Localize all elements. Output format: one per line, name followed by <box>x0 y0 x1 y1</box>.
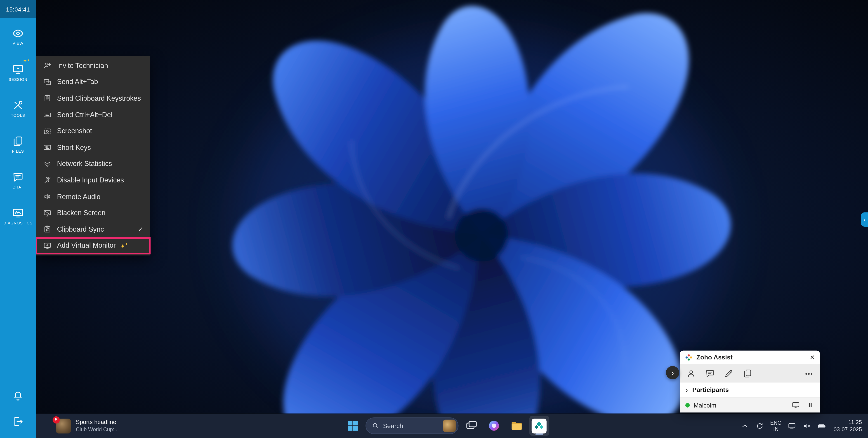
menu-item-send-ctrl-alt-del[interactable]: Send Ctrl+Alt+Del <box>36 107 150 123</box>
chat-icon[interactable] <box>705 369 715 378</box>
tools-icon <box>12 100 24 111</box>
chevron-right-icon: › <box>685 385 688 394</box>
participants-label: Participants <box>692 386 729 393</box>
sidebar-item-label: CHAT <box>12 185 24 189</box>
cast-button[interactable] <box>785 416 799 436</box>
chat-icon <box>12 171 24 183</box>
participant-row: Malcolm <box>680 398 820 412</box>
session-icon: ✦✦ <box>12 64 24 75</box>
assist-panel-header: Zoho Assist ✕ <box>680 350 820 364</box>
menu-item-clipboard-sync[interactable]: Clipboard Sync ✓ <box>36 221 150 237</box>
hidden-icons-chevron[interactable] <box>738 416 752 436</box>
monitor-icon[interactable] <box>792 401 800 409</box>
end-session-button[interactable] <box>0 416 36 427</box>
task-view-icon <box>464 419 477 432</box>
sidebar-item-label: SESSION <box>8 77 27 81</box>
widget-thumbnail: 5 <box>56 418 71 433</box>
sidebar-item-files[interactable]: FILES <box>0 135 36 153</box>
annotate-pen-icon[interactable] <box>724 369 734 378</box>
sidebar-item-chat[interactable]: CHAT <box>0 171 36 189</box>
menu-item-label: Add Virtual Monitor <box>57 242 116 249</box>
check-icon: ✓ <box>138 226 144 233</box>
zoho-assist-panel: Zoho Assist ✕ ••• › Participants Malcolm <box>680 350 820 412</box>
taskbar-clock[interactable]: 11:25 03-07-2025 <box>830 418 866 433</box>
diagnostics-icon <box>12 207 24 219</box>
sidebar-item-session[interactable]: ✦✦ SESSION <box>0 64 36 81</box>
participant-name: Malcolm <box>694 402 716 408</box>
remote-session-screen: 15:04:41 VIEW ✦✦ SESSION TOOLS FILES <box>0 0 868 438</box>
participants-section-header[interactable]: › Participants <box>680 383 820 398</box>
language-line2: IN <box>773 426 778 432</box>
search-bar[interactable]: Search <box>365 417 458 434</box>
menu-item-send-clipboard-keystrokes[interactable]: Send Clipboard Keystrokes <box>36 90 150 107</box>
more-options-icon[interactable]: ••• <box>805 370 813 377</box>
menu-item-short-keys[interactable]: Short Keys <box>36 139 150 156</box>
clipboard-icon[interactable] <box>743 369 752 378</box>
clock-date: 03-07-2025 <box>834 426 862 433</box>
add-virtual-monitor-icon <box>43 242 52 250</box>
widget-subtext: Club World Cup:... <box>76 426 119 433</box>
widget-headline: Sports headline <box>76 418 119 426</box>
menu-item-invite-technician[interactable]: Invite Technician <box>36 58 150 74</box>
sidebar-item-label: VIEW <box>13 41 24 45</box>
menu-item-send-alt-tab[interactable]: Send Alt+Tab <box>36 74 150 90</box>
disable-input-icon <box>43 176 52 184</box>
session-timer: 15:04:41 <box>0 0 36 18</box>
clipboard-keystrokes-icon <box>43 94 52 103</box>
zoho-assist-taskbar-button[interactable] <box>529 416 549 436</box>
language-switcher[interactable]: ENG IN <box>768 419 784 432</box>
windows-logo-icon <box>346 419 359 432</box>
bell-icon <box>12 390 24 402</box>
sidebar-item-view[interactable]: VIEW <box>0 28 36 45</box>
start-button[interactable] <box>342 416 362 436</box>
invite-technician-icon <box>43 62 52 70</box>
chevron-up-icon <box>741 422 749 430</box>
menu-item-label: Send Ctrl+Alt+Del <box>57 111 112 119</box>
menu-item-screenshot[interactable]: Screenshot <box>36 123 150 139</box>
blacken-screen-icon <box>43 209 52 217</box>
alt-tab-icon <box>43 78 52 86</box>
copilot-icon <box>487 419 500 432</box>
copilot-button[interactable] <box>484 416 504 436</box>
panel-expand-button[interactable]: › <box>666 366 679 379</box>
sparkle-icon: ✦✦ <box>120 242 128 249</box>
task-view-button[interactable] <box>461 416 481 436</box>
search-placeholder: Search <box>383 423 439 429</box>
menu-item-blacken-screen[interactable]: Blacken Screen <box>36 205 150 221</box>
side-panel-collapse-tab[interactable]: ‹ <box>861 212 868 227</box>
menu-item-network-statistics[interactable]: Network Statistics <box>36 156 150 172</box>
volume-muted-icon <box>803 422 811 430</box>
menu-item-label: Remote Audio <box>57 193 100 201</box>
sidebar-item-label: DIAGNOSTICS <box>3 221 33 225</box>
widgets-button[interactable]: 5 Sports headline Club World Cup:... <box>53 414 122 438</box>
menu-item-remote-audio[interactable]: Remote Audio <box>36 188 150 205</box>
search-highlight-image <box>443 420 456 432</box>
volume-button[interactable] <box>800 416 813 436</box>
zoho-logo-icon <box>685 353 693 362</box>
battery-indicator[interactable] <box>815 416 829 436</box>
chevron-right-icon: › <box>671 368 674 377</box>
notification-badge: 5 <box>53 416 60 423</box>
assist-sidebar: 15:04:41 VIEW ✦✦ SESSION TOOLS FILES <box>0 0 36 438</box>
pause-icon[interactable] <box>806 401 814 409</box>
file-explorer-button[interactable] <box>506 416 526 436</box>
logout-icon <box>12 416 24 427</box>
clock-time: 11:25 <box>848 418 862 426</box>
close-icon[interactable]: ✕ <box>810 353 815 361</box>
update-status-button[interactable] <box>753 416 767 436</box>
assist-panel-toolbar: ••• <box>680 364 820 383</box>
sidebar-item-diagnostics[interactable]: DIAGNOSTICS <box>0 207 36 225</box>
menu-item-label: Disable Input Devices <box>57 176 124 184</box>
sidebar-item-tools[interactable]: TOOLS <box>0 100 36 117</box>
menu-item-add-virtual-monitor[interactable]: Add Virtual Monitor ✦✦ <box>36 237 150 254</box>
menu-item-disable-input-devices[interactable]: Disable Input Devices <box>36 172 150 188</box>
language-line1: ENG <box>770 419 781 426</box>
search-icon <box>371 422 379 430</box>
menu-item-label: Network Statistics <box>57 160 112 168</box>
notifications-button[interactable] <box>0 390 36 402</box>
participants-icon[interactable] <box>686 369 696 378</box>
folder-icon <box>510 419 523 432</box>
clipboard-sync-icon <box>43 225 52 233</box>
sparkle-icon: ✦✦ <box>23 59 30 64</box>
menu-item-label: Short Keys <box>57 144 91 151</box>
